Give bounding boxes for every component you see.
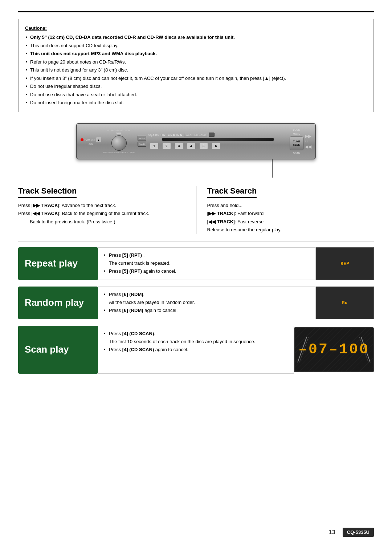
random-play-inst-1: Press [6] (RDM).All the tracks are playe… (104, 291, 310, 306)
track-section: Track Selection Press [▶▶ TRACK]: Advanc… (18, 186, 374, 234)
random-play-desc: Press [6] (RDM).All the tracks are playe… (98, 287, 316, 319)
random-play-display-text: R▶ (342, 300, 348, 305)
caution-item-1: Only 5" (12 cm) CD, CD-DA data recorded … (25, 33, 367, 41)
top-border-line (18, 11, 374, 12)
track-selection-title: Track Selection (18, 186, 77, 198)
random-play-label: Random play (18, 287, 98, 319)
random-play-row: Random play Press [6] (RDM).All the trac… (18, 287, 374, 319)
scan-play-inst-1: Press [4] (CD SCAN).The first 10 seconds… (104, 330, 288, 346)
repeat-play-display: REP (316, 247, 374, 280)
scan-display-inner: –07–100 (294, 328, 374, 372)
cautions-box: Cautions: Only 5" (12 cm) CD, CD-DA data… (18, 19, 374, 112)
scan-play-inst-2: Press [4] (CD SCAN) again to cancel. (104, 346, 288, 354)
repeat-play-row: Repeat play Press [5] (RPT) .The current… (18, 247, 374, 280)
track-search-intro: Press and hold... (207, 202, 374, 210)
caution-item-8: Do not use discs that have a seal or lab… (25, 91, 367, 98)
cautions-title: Cautions: (25, 24, 367, 32)
track-search-line3: Release to resume the regular play. (207, 226, 374, 234)
repeat-play-display-text: REP (340, 261, 349, 266)
random-play-display: R▶ (316, 287, 374, 319)
track-selection-line1: Press [▶▶ TRACK]: Advance to the next tr… (18, 202, 185, 210)
repeat-play-label: Repeat play (18, 247, 98, 280)
caution-item-5: This unit is not designed for any 3" (8 … (25, 66, 367, 74)
play-mode-section: Repeat play Press [5] (RPT) .The current… (18, 247, 374, 374)
caution-item-6: If you insert an 3" (8 cm) disc and can … (25, 74, 367, 82)
scan-play-display: –07–100 (294, 327, 374, 372)
page-footer: 13 CQ-5335U (329, 528, 374, 537)
section-divider (18, 241, 374, 241)
track-selection-line3: Back to the previous track. (Press twice… (18, 218, 185, 226)
repeat-play-desc: Press [5] (RPT) .The current track is re… (98, 247, 316, 280)
track-selection: Track Selection Press [▶▶ TRACK]: Advanc… (18, 186, 196, 234)
track-search-line1: [▶▶ TRACK]: Fast forward (207, 210, 374, 218)
caution-item-7: Do not use irregular shaped discs. (25, 82, 367, 90)
cd-player-image: PWR CLK ▲ ALM PUSH SEL/SAT DISP VOL BASS… (76, 123, 316, 159)
model-badge: CQ-5335U (343, 528, 374, 537)
track-selection-body: Press [▶▶ TRACK]: Advance to the next tr… (18, 202, 185, 226)
track-search-body: Press and hold... [▶▶ TRACK]: Fast forwa… (207, 202, 374, 234)
scan-play-label: Scan play (18, 326, 98, 374)
page-number: 13 (329, 529, 335, 536)
connector-svg (76, 159, 316, 178)
caution-item-9: Do not insert foreign matter into the di… (25, 99, 367, 106)
track-selection-line2: Press [◀◀ TRACK]: Back to the beginning … (18, 210, 185, 218)
repeat-play-inst-2: Press [5] (RPT) again to cancel. (104, 267, 310, 275)
track-search: Track Search Press and hold... [▶▶ TRACK… (196, 186, 374, 234)
caution-item-4: Refer to page 20 about notes on CD-Rs/RW… (25, 58, 367, 66)
scan-display-text: –07–100 (298, 341, 369, 358)
repeat-play-inst-1: Press [5] (RPT) .The current track is re… (104, 251, 310, 267)
scan-play-desc: Press [4] (CD SCAN).The first 10 seconds… (98, 326, 294, 374)
track-search-title: Track Search (207, 186, 257, 198)
track-search-line2: [◀◀ TRACK]: Fast reverse (207, 218, 374, 226)
caution-item-3: This unit does not support MP3 and WMA d… (25, 50, 367, 57)
page-container: Cautions: Only 5" (12 cm) CD, CD-DA data… (0, 0, 392, 544)
caution-item-2: This unit does not support CD text displ… (25, 42, 367, 49)
scan-play-row: Scan play Press [4] (CD SCAN).The first … (18, 326, 374, 374)
random-play-inst-2: Press [6] (RDM) again to cancel. (104, 306, 310, 314)
device-area: PWR CLK ▲ ALM PUSH SEL/SAT DISP VOL BASS… (18, 123, 374, 178)
cautions-list: Only 5" (12 cm) CD, CD-DA data recorded … (25, 33, 367, 106)
